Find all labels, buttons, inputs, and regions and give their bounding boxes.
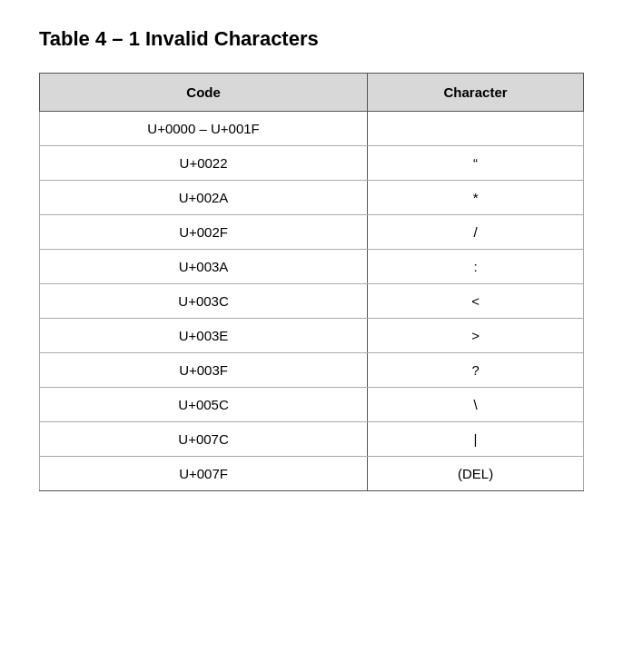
table-row: U+003E> xyxy=(40,319,584,353)
cell-code: U+003A xyxy=(40,250,368,284)
cell-code: U+007F xyxy=(40,457,368,491)
column-header-character: Character xyxy=(368,74,584,112)
table-row: U+007F(DEL) xyxy=(40,457,584,491)
cell-character: / xyxy=(368,215,584,250)
table-title: Table 4 – 1 Invalid Characters xyxy=(39,27,584,51)
page-container: Table 4 – 1 Invalid Characters Code Char… xyxy=(39,27,584,491)
table-row: U+003C< xyxy=(40,284,584,319)
cell-character xyxy=(368,112,584,146)
table-row: U+005C\ xyxy=(40,388,584,422)
table-row: U+0000 – U+001F xyxy=(40,112,584,146)
cell-code: U+002F xyxy=(40,215,368,250)
table-row: U+003A: xyxy=(40,250,584,284)
table-row: U+002F/ xyxy=(40,215,584,250)
table-row: U+002A* xyxy=(40,181,584,215)
cell-code: U+0000 – U+001F xyxy=(40,112,368,146)
cell-code: U+005C xyxy=(40,388,368,422)
cell-code: U+003E xyxy=(40,319,368,353)
cell-code: U+003F xyxy=(40,353,368,388)
cell-code: U+0022 xyxy=(40,146,368,181)
invalid-characters-table: Code Character U+0000 – U+001FU+0022“U+0… xyxy=(39,73,584,491)
table-row: U+0022“ xyxy=(40,146,584,181)
table-row: U+003F? xyxy=(40,353,584,388)
cell-code: U+007C xyxy=(40,422,368,457)
cell-character: (DEL) xyxy=(368,457,584,491)
cell-character: * xyxy=(368,181,584,215)
cell-character: \ xyxy=(368,388,584,422)
cell-character: | xyxy=(368,422,584,457)
cell-code: U+003C xyxy=(40,284,368,319)
cell-character: “ xyxy=(368,146,584,181)
cell-character: ? xyxy=(368,353,584,388)
cell-character: > xyxy=(368,319,584,353)
table-header-row: Code Character xyxy=(40,74,584,112)
cell-character: < xyxy=(368,284,584,319)
column-header-code: Code xyxy=(40,74,368,112)
cell-character: : xyxy=(368,250,584,284)
table-row: U+007C| xyxy=(40,422,584,457)
cell-code: U+002A xyxy=(40,181,368,215)
